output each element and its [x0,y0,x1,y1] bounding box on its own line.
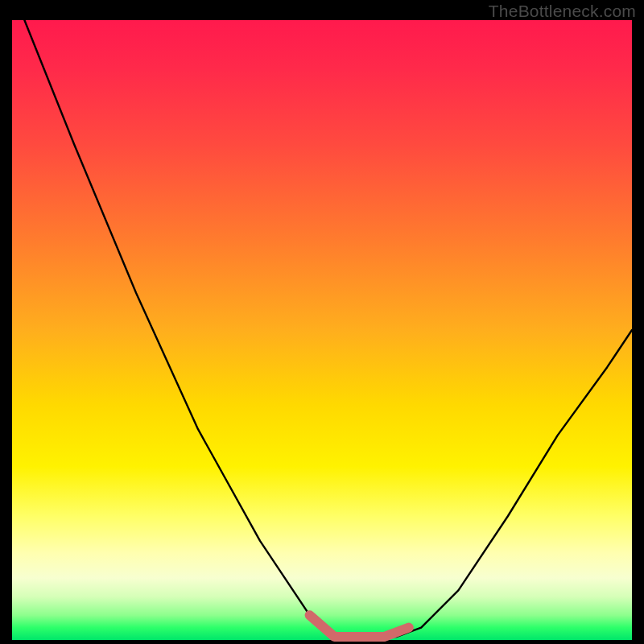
curve-svg [12,20,632,640]
plot-area [12,20,632,640]
bottleneck-curve-path [24,20,632,637]
watermark-text: TheBottleneck.com [489,2,636,21]
chart-stage: TheBottleneck.com [0,0,644,644]
valley-marker-path [310,615,409,637]
